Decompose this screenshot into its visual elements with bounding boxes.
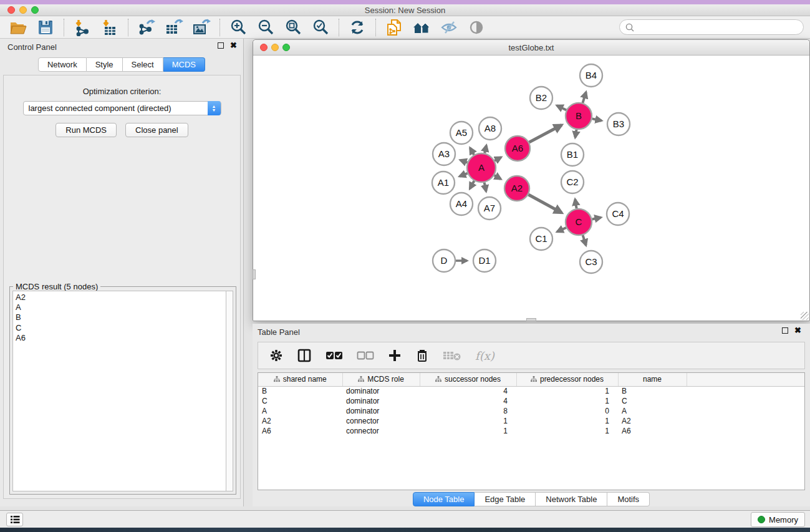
search-field[interactable] <box>619 19 804 35</box>
column-header-name[interactable]: name <box>618 373 687 386</box>
edge-C-C3[interactable] <box>583 235 586 245</box>
node-D1[interactable]: D1 <box>473 249 496 272</box>
result-item[interactable]: A6 <box>16 333 223 343</box>
node-A4[interactable]: A4 <box>450 193 473 215</box>
mcds-result-list[interactable]: A2ABCA6 <box>12 291 226 491</box>
table-row[interactable]: Adominator80A <box>258 406 804 416</box>
create-network-from-selection-icon[interactable] <box>385 18 403 37</box>
table-cell[interactable] <box>687 386 804 396</box>
add-column-icon[interactable] <box>388 349 402 362</box>
table-cell[interactable]: A <box>258 406 342 416</box>
table-cell[interactable] <box>687 396 804 406</box>
table-cell[interactable]: connector <box>342 416 420 426</box>
table-cell[interactable]: 4 <box>420 386 516 396</box>
hide-selected-icon[interactable] <box>440 18 458 37</box>
tab-network-table[interactable]: Network Table <box>536 492 607 506</box>
table-cell[interactable]: 1 <box>516 396 618 406</box>
node-C1[interactable]: C1 <box>530 228 552 250</box>
column-header-shared-name[interactable]: shared name <box>258 373 342 386</box>
edge-C-C1[interactable] <box>557 228 566 231</box>
first-neighbors-icon[interactable] <box>412 18 431 37</box>
result-item[interactable]: C <box>16 323 223 333</box>
show-all-icon[interactable] <box>467 18 486 37</box>
edge-A-A3[interactable] <box>460 160 467 163</box>
table-cell[interactable] <box>687 406 804 416</box>
float-panel-icon[interactable] <box>218 42 224 49</box>
table-cell[interactable]: A2 <box>258 416 342 426</box>
result-item[interactable]: B <box>16 312 223 322</box>
open-file-icon[interactable] <box>9 18 27 37</box>
select-all-icon[interactable] <box>325 351 343 360</box>
node-B[interactable]: B <box>566 103 592 129</box>
table-cell[interactable]: C <box>618 396 687 406</box>
task-history-button[interactable] <box>6 513 23 526</box>
import-network-icon[interactable] <box>73 18 92 37</box>
column-header-predecessor-nodes[interactable]: predecessor nodes <box>516 373 618 386</box>
table-cell[interactable]: C <box>258 396 342 406</box>
node-B1[interactable]: B1 <box>561 143 584 166</box>
apply-layout-icon[interactable] <box>348 18 367 37</box>
tab-edge-table[interactable]: Edge Table <box>475 492 536 506</box>
tab-select[interactable]: Select <box>123 57 163 72</box>
table-cell[interactable]: 1 <box>420 426 516 436</box>
table-cell[interactable]: 0 <box>516 406 618 416</box>
delete-table-icon[interactable] <box>443 350 461 361</box>
table-cell[interactable]: 1 <box>516 416 618 426</box>
node-A2[interactable]: A2 <box>504 176 529 201</box>
node-B2[interactable]: B2 <box>530 87 552 109</box>
table-cell[interactable]: 8 <box>420 406 516 416</box>
edge-A-A7[interactable] <box>485 183 486 191</box>
export-network-icon[interactable] <box>137 18 156 37</box>
edge-A-A2[interactable] <box>494 175 501 179</box>
edge-B-B3[interactable] <box>592 118 602 120</box>
zoom-out-icon[interactable] <box>256 18 275 37</box>
close-table-panel-icon[interactable]: ✖ <box>794 327 801 334</box>
node-A[interactable]: A <box>467 153 496 182</box>
table-cell[interactable]: A2 <box>618 416 687 426</box>
table-cell[interactable]: B <box>618 386 687 396</box>
tab-network[interactable]: Network <box>38 57 87 72</box>
table-cell[interactable]: B <box>258 386 342 396</box>
split-handle-left[interactable] <box>253 269 256 279</box>
table-options-icon[interactable] <box>269 349 283 362</box>
network-graph[interactable]: ABCA6A2A1A3A4A5A7A8B1B2B3B4C1C2C3C4DD1 <box>253 56 809 321</box>
search-input[interactable] <box>635 22 791 32</box>
memory-button[interactable]: Memory <box>751 512 805 527</box>
edge-B-B1[interactable] <box>575 130 576 138</box>
table-cell[interactable]: A6 <box>258 426 342 436</box>
criterion-select[interactable]: largest connected component (directed) ▲… <box>23 101 221 115</box>
resize-grip-icon[interactable] <box>801 312 809 320</box>
float-table-panel-icon[interactable] <box>782 327 788 334</box>
table-cell[interactable]: dominator <box>342 406 420 416</box>
close-panel-button[interactable]: Close panel <box>125 123 188 137</box>
table-row[interactable]: Cdominator41C <box>258 396 804 406</box>
edge-A-A4[interactable] <box>470 181 475 188</box>
network-window-titlebar[interactable]: testGlobe.txt <box>253 40 809 56</box>
result-item[interactable]: A <box>16 302 223 312</box>
table-cell[interactable]: 1 <box>420 416 516 426</box>
edge-A6-B[interactable] <box>529 125 562 143</box>
table-row[interactable]: Bdominator41B <box>258 386 804 396</box>
node-A7[interactable]: A7 <box>478 197 501 220</box>
delete-column-icon[interactable] <box>415 348 429 363</box>
close-panel-icon[interactable]: ✖ <box>230 42 237 49</box>
node-C3[interactable]: C3 <box>580 251 602 273</box>
edge-B-B4[interactable] <box>582 92 586 103</box>
zoom-in-icon[interactable] <box>229 18 248 37</box>
table-row[interactable]: A6connector11A6 <box>258 426 804 436</box>
table-cell[interactable]: A <box>618 406 687 416</box>
table-cell[interactable] <box>687 426 804 436</box>
node-B4[interactable]: B4 <box>580 64 602 87</box>
node-A1[interactable]: A1 <box>432 172 455 194</box>
node-B3[interactable]: B3 <box>607 113 630 135</box>
table-cell[interactable]: 1 <box>516 386 618 396</box>
table-row[interactable]: A2connector11A2 <box>258 416 804 426</box>
node-A8[interactable]: A8 <box>479 117 501 140</box>
node-D[interactable]: D <box>433 249 455 272</box>
column-header-MCDS-role[interactable]: MCDS role <box>342 373 420 386</box>
tab-node-table[interactable]: Node Table <box>413 492 475 506</box>
edge-A-A1[interactable] <box>460 173 468 177</box>
export-image-icon[interactable] <box>192 18 211 37</box>
tab-motifs[interactable]: Motifs <box>607 492 650 506</box>
split-handle-bottom[interactable] <box>526 318 536 321</box>
